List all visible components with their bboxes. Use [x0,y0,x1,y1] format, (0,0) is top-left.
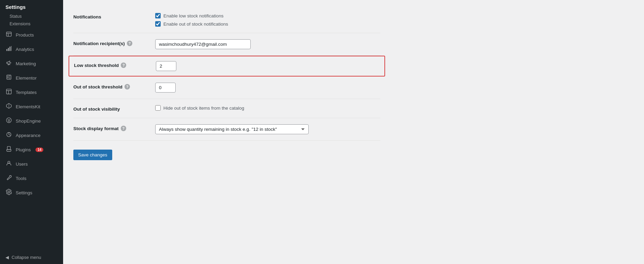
sidebar-item-settings[interactable]: Settings [0,185,63,200]
collapse-menu[interactable]: ◀ Collapse menu [0,251,63,264]
svg-rect-0 [6,32,11,37]
low-stock-threshold-controls [156,61,380,71]
sidebar-subitem-status[interactable]: Status [0,13,63,20]
elementskit-icon [5,103,12,110]
megaphone-icon [5,60,12,67]
svg-rect-5 [10,47,11,51]
chart-icon [5,45,12,53]
sidebar-item-users[interactable]: Users [0,157,63,171]
out-of-stock-threshold-label: Out of stock threshold ? [73,83,148,89]
out-of-stock-threshold-row: Out of stock threshold ? [73,77,380,99]
sidebar-label-users: Users [16,162,28,167]
out-of-stock-threshold-input[interactable] [155,83,176,93]
sidebar-header: Settings [0,0,63,13]
sidebar-label-templates: Templates [16,90,37,95]
notifications-controls: Enable low stock notifications Enable ou… [155,13,380,27]
sidebar-item-appearance[interactable]: Appearance [0,128,63,142]
svg-point-23 [8,191,10,193]
sidebar-item-elementskit[interactable]: ElementsKit [0,99,63,114]
hide-out-of-stock-checkbox[interactable] [155,105,161,111]
notification-recipient-input[interactable] [155,39,251,49]
svg-rect-3 [6,49,8,51]
sidebar-label-tools: Tools [16,176,27,181]
out-of-stock-visibility-controls: Hide out of stock items from the catalog [155,105,380,111]
sidebar-item-shopengine[interactable]: ShopEngine [0,114,63,128]
notification-recipient-help-icon[interactable]: ? [127,41,132,46]
out-of-stock-threshold-help-icon[interactable]: ? [125,84,130,89]
appearance-icon [5,131,12,139]
settings-icon [5,189,12,196]
sidebar-item-plugins[interactable]: Plugins 14 [0,142,63,157]
sidebar-item-products[interactable]: Products [0,28,63,42]
sidebar-label-elementor: Elementor [16,75,37,81]
notifications-row: Notifications Enable low stock notificat… [73,7,380,33]
sidebar-label-shopengine: ShopEngine [16,119,41,124]
svg-point-20 [10,121,10,122]
low-stock-notification-checkbox[interactable] [155,13,161,18]
svg-rect-6 [11,46,11,51]
collapse-icon: ◀ [5,255,9,260]
sidebar-label-settings: Settings [16,190,32,195]
notification-recipient-label: Notification recipient(s) ? [73,39,148,46]
sidebar-item-marketing[interactable]: Marketing [0,56,63,71]
sidebar-item-templates[interactable]: Templates [0,85,63,99]
users-icon [5,160,12,168]
tools-icon [5,175,12,182]
svg-rect-21 [8,147,11,150]
low-stock-notification-label[interactable]: Enable low stock notifications [155,13,380,18]
notification-recipient-row: Notification recipient(s) ? [73,33,380,56]
save-changes-button[interactable]: Save changes [73,150,112,160]
sidebar-label-plugins: Plugins [16,147,31,152]
stock-display-format-row: Stock display format ? Always show quant… [73,118,380,141]
low-stock-threshold-label: Low stock threshold ? [74,61,149,68]
plugins-badge: 14 [35,148,43,152]
svg-rect-13 [6,89,11,94]
settings-section: Notifications Enable low stock notificat… [73,7,380,166]
main-content: Notifications Enable low stock notificat… [63,0,644,264]
stock-display-format-label: Stock display format ? [73,124,148,131]
low-stock-threshold-help-icon[interactable]: ? [121,62,126,68]
notifications-label: Notifications [73,13,148,19]
sidebar-item-tools[interactable]: Tools [0,171,63,185]
notification-recipient-controls [155,39,380,49]
svg-point-18 [6,118,11,123]
sidebar-subitem-extensions[interactable]: Extensions [0,20,63,28]
sidebar-label-marketing: Marketing [16,61,36,66]
stock-display-format-controls: Always show quantity remaining in stock … [155,124,380,134]
sidebar-label-products: Products [16,32,34,38]
templates-icon [5,88,12,96]
out-of-stock-notification-label[interactable]: Enable out of stock notifications [155,21,380,27]
out-of-stock-threshold-controls [155,83,380,93]
sidebar-label-elementskit: ElementsKit [16,104,40,109]
elementor-icon [5,74,12,82]
shopengine-icon [5,117,12,125]
svg-point-19 [8,121,9,122]
box-icon [5,31,12,39]
sidebar-item-analytics[interactable]: Analytics [0,42,63,56]
sidebar-item-elementor[interactable]: Elementor [0,71,63,85]
stock-display-format-help-icon[interactable]: ? [121,126,126,131]
collapse-label: Collapse menu [12,255,41,260]
out-of-stock-notification-checkbox[interactable] [155,21,161,27]
sidebar: Settings Status Extensions Products Anal… [0,0,63,264]
out-of-stock-visibility-label: Out of stock visibility [73,105,148,112]
stock-display-format-select[interactable]: Always show quantity remaining in stock … [155,124,309,134]
low-stock-threshold-input[interactable] [156,61,176,71]
svg-rect-4 [8,48,9,51]
low-stock-threshold-row: Low stock threshold ? [69,56,385,77]
hide-out-of-stock-label[interactable]: Hide out of stock items from the catalog [155,105,380,111]
sidebar-label-analytics: Analytics [16,47,34,52]
svg-point-7 [10,62,11,64]
plugins-icon [5,146,12,153]
out-of-stock-visibility-row: Out of stock visibility Hide out of stoc… [73,99,380,118]
sidebar-label-appearance: Appearance [16,133,41,138]
save-section: Save changes [73,141,380,166]
